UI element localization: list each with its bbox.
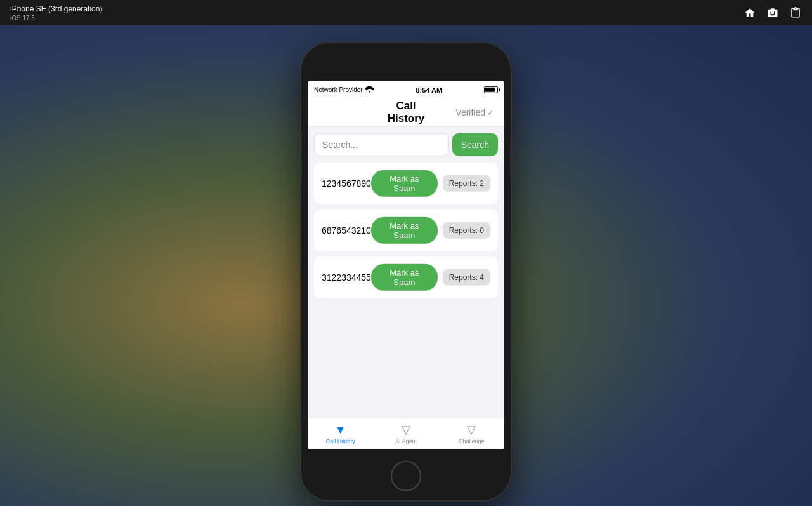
status-bar: Network Provider 8:54 AM bbox=[308, 81, 504, 98]
call-row: 1234567890 Mark as Spam Reports: 2 bbox=[314, 162, 498, 204]
screen-content: Search 1234567890 Mark as Spam Reports: … bbox=[308, 126, 504, 417]
navigation-bar: Call History Verified ✓ bbox=[308, 98, 504, 126]
status-right bbox=[484, 86, 498, 93]
power-button[interactable] bbox=[510, 144, 511, 176]
ai-agent-tab-icon: ▽ bbox=[402, 423, 410, 437]
call-row: 6876543210 Mark as Spam Reports: 0 bbox=[314, 209, 498, 251]
status-time: 8:54 AM bbox=[416, 86, 442, 93]
reports-badge-1: Reports: 2 bbox=[443, 175, 490, 191]
call-history-tab-label: Call History bbox=[326, 437, 355, 444]
verified-badge: Verified ✓ bbox=[435, 107, 494, 117]
volume-down-button[interactable] bbox=[301, 160, 302, 180]
call-history-tab-icon: ▼ bbox=[335, 423, 346, 436]
verified-label: Verified bbox=[455, 107, 485, 117]
tab-call-history[interactable]: ▼ Call History bbox=[308, 423, 373, 444]
camera-icon[interactable] bbox=[766, 6, 779, 19]
search-bar-container: Search bbox=[314, 133, 498, 156]
phone-number-1: 1234567890 bbox=[322, 178, 371, 188]
device-info: iPhone SE (3rd generation) iOS 17.5 bbox=[10, 4, 102, 22]
tab-ai-agent[interactable]: ▽ AI Agent bbox=[373, 423, 438, 444]
challenge-tab-label: Challenge bbox=[459, 438, 485, 444]
system-top-bar: iPhone SE (3rd generation) iOS 17.5 bbox=[0, 0, 812, 25]
ios-version: iOS 17.5 bbox=[10, 15, 102, 22]
nav-title: Call History bbox=[377, 100, 436, 125]
row-actions-1: Mark as Spam Reports: 2 bbox=[371, 170, 490, 196]
tab-challenge[interactable]: ▽ Challenge bbox=[439, 423, 504, 444]
battery-fill bbox=[485, 88, 495, 92]
wifi-icon bbox=[365, 86, 374, 93]
reports-badge-3: Reports: 4 bbox=[443, 269, 490, 285]
mark-spam-button-3[interactable]: Mark as Spam bbox=[371, 263, 438, 290]
phone-inner: Network Provider 8:54 AM bbox=[301, 43, 511, 500]
verified-checkmark: ✓ bbox=[487, 107, 494, 117]
row-actions-2: Mark as Spam Reports: 0 bbox=[371, 216, 490, 243]
reports-badge-2: Reports: 0 bbox=[443, 222, 490, 238]
carrier-name: Network Provider bbox=[314, 86, 363, 93]
mark-spam-button-1[interactable]: Mark as Spam bbox=[371, 170, 438, 196]
phone-screen: Network Provider 8:54 AM bbox=[308, 81, 504, 449]
tab-bar: ▼ Call History ▽ AI Agent ▽ Challenge bbox=[308, 417, 504, 449]
mark-spam-button-2[interactable]: Mark as Spam bbox=[371, 216, 438, 243]
call-row: 3122334455 Mark as Spam Reports: 4 bbox=[314, 256, 498, 298]
phone-number-2: 6876543210 bbox=[322, 225, 371, 235]
challenge-tab-icon: ▽ bbox=[467, 423, 476, 437]
status-left: Network Provider bbox=[314, 86, 374, 93]
clipboard-icon[interactable] bbox=[789, 6, 802, 19]
phone-number-3: 3122334455 bbox=[322, 272, 371, 282]
ai-agent-tab-label: AI Agent bbox=[395, 438, 417, 444]
home-icon[interactable] bbox=[743, 6, 756, 19]
phone-frame: Network Provider 8:54 AM bbox=[301, 43, 511, 500]
device-name: iPhone SE (3rd generation) bbox=[10, 4, 102, 13]
battery-indicator bbox=[484, 86, 498, 93]
top-bar-actions bbox=[743, 6, 802, 19]
search-button[interactable]: Search bbox=[452, 133, 498, 156]
search-input[interactable] bbox=[314, 133, 449, 156]
home-button[interactable] bbox=[391, 460, 421, 491]
svg-point-0 bbox=[369, 91, 370, 92]
row-actions-3: Mark as Spam Reports: 4 bbox=[371, 263, 490, 290]
volume-up-button[interactable] bbox=[301, 131, 302, 152]
